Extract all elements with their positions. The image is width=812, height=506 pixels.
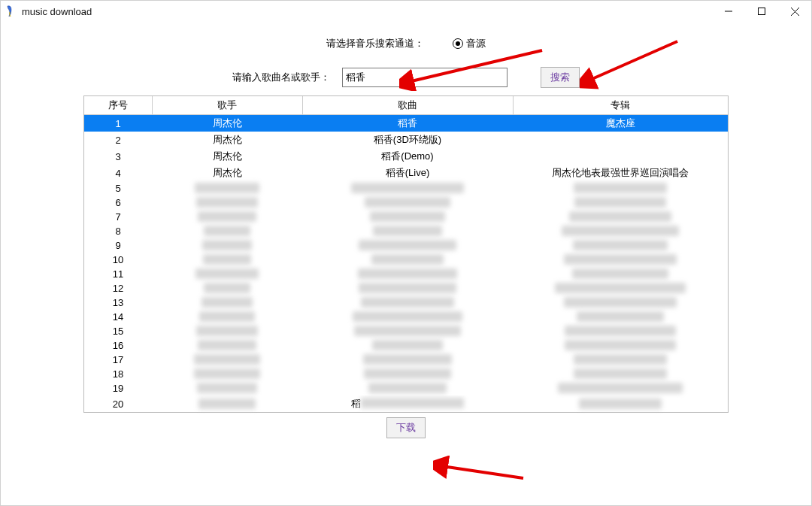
cell-song xyxy=(302,224,513,238)
cell-index: 7 xyxy=(84,210,152,224)
table-row[interactable]: 3周杰伦稻香(Demo) xyxy=(84,148,728,165)
cell-artist xyxy=(152,181,302,195)
cell-index: 5 xyxy=(84,181,152,195)
table-row[interactable]: 9 xyxy=(84,238,728,253)
cell-index: 1 xyxy=(84,115,152,132)
cell-album xyxy=(513,310,728,324)
channel-radio[interactable] xyxy=(453,38,463,49)
cell-album xyxy=(513,148,728,165)
cell-song xyxy=(302,195,513,210)
channel-row: 请选择音乐搜索通道： 音源 xyxy=(83,37,729,50)
cell-artist xyxy=(152,238,302,253)
cell-artist xyxy=(152,338,302,353)
cell-song xyxy=(302,238,513,253)
table-row[interactable]: 11 xyxy=(84,267,728,281)
table-row[interactable]: 18 xyxy=(84,367,728,381)
cell-song xyxy=(302,310,513,324)
cell-album xyxy=(513,353,728,367)
header-album[interactable]: 专辑 xyxy=(513,96,728,115)
table-row[interactable]: 17 xyxy=(84,353,728,367)
cell-song: 稻 xyxy=(302,395,513,412)
cell-song xyxy=(302,210,513,224)
cell-album xyxy=(513,281,728,295)
cell-artist xyxy=(152,353,302,367)
cell-song xyxy=(302,381,513,395)
search-label: 请输入歌曲名或歌手： xyxy=(232,71,330,84)
cell-artist xyxy=(152,381,302,395)
cell-album xyxy=(513,181,728,195)
cell-album xyxy=(513,238,728,253)
cell-index: 11 xyxy=(84,267,152,281)
channel-label: 请选择音乐搜索通道： xyxy=(326,37,424,50)
table-row[interactable]: 4周杰伦稻香(Live)周杰伦地表最强世界巡回演唱会 xyxy=(84,165,728,181)
cell-artist: 周杰伦 xyxy=(152,165,302,181)
table-row[interactable]: 7 xyxy=(84,210,728,224)
minimize-button[interactable] xyxy=(712,1,745,22)
download-button[interactable]: 下载 xyxy=(386,417,426,438)
cell-index: 15 xyxy=(84,324,152,338)
cell-album xyxy=(513,224,728,238)
cell-artist xyxy=(152,195,302,210)
cell-album xyxy=(513,395,728,412)
header-song[interactable]: 歌曲 xyxy=(302,96,513,115)
table-row[interactable]: 16 xyxy=(84,338,728,353)
table-row[interactable]: 5 xyxy=(84,181,728,195)
app-icon xyxy=(5,5,17,17)
cell-song: 稻香(Live) xyxy=(302,165,513,181)
table-row[interactable]: 15 xyxy=(84,324,728,338)
cell-index: 10 xyxy=(84,253,152,267)
application-window: music download 请选择音乐搜索通道： 音源 请输入歌曲名或歌手： … xyxy=(0,0,812,506)
table-row[interactable]: 10 xyxy=(84,253,728,267)
header-index[interactable]: 序号 xyxy=(84,96,152,115)
results-table: 序号 歌手 歌曲 专辑 1周杰伦稻香魔杰座2周杰伦稻香(3D环绕版)3周杰伦稻香… xyxy=(83,95,729,413)
cell-song: 稻香(Demo) xyxy=(302,148,513,165)
table-row[interactable]: 12 xyxy=(84,281,728,295)
table-row[interactable]: 1周杰伦稻香魔杰座 xyxy=(84,115,728,132)
cell-album xyxy=(513,210,728,224)
search-input[interactable] xyxy=(342,68,508,87)
cell-index: 9 xyxy=(84,238,152,253)
cell-song xyxy=(302,267,513,281)
cell-song xyxy=(302,281,513,295)
table-row[interactable]: 20 稻 xyxy=(84,395,728,412)
cell-index: 18 xyxy=(84,367,152,381)
cell-index: 17 xyxy=(84,353,152,367)
cell-album xyxy=(513,132,728,148)
search-row: 请输入歌曲名或歌手： 搜索 xyxy=(83,67,729,88)
cell-album xyxy=(513,338,728,353)
header-artist[interactable]: 歌手 xyxy=(152,96,302,115)
cell-album xyxy=(513,195,728,210)
cell-index: 20 xyxy=(84,395,152,412)
cell-index: 14 xyxy=(84,310,152,324)
cell-song xyxy=(302,338,513,353)
table-row[interactable]: 2周杰伦稻香(3D环绕版) xyxy=(84,132,728,148)
close-button[interactable] xyxy=(778,1,811,22)
cell-artist xyxy=(152,310,302,324)
search-button[interactable]: 搜索 xyxy=(541,67,580,88)
table-row[interactable]: 6 xyxy=(84,195,728,210)
cell-song xyxy=(302,367,513,381)
cell-index: 8 xyxy=(84,224,152,238)
cell-album xyxy=(513,267,728,281)
cell-album xyxy=(513,295,728,310)
cell-index: 13 xyxy=(84,295,152,310)
footer-row: 下载 xyxy=(83,417,729,438)
svg-rect-1 xyxy=(759,8,765,15)
cell-artist xyxy=(152,267,302,281)
cell-artist xyxy=(152,281,302,295)
cell-artist xyxy=(152,395,302,412)
cell-artist xyxy=(152,210,302,224)
cell-index: 3 xyxy=(84,148,152,165)
cell-index: 4 xyxy=(84,165,152,181)
cell-artist xyxy=(152,295,302,310)
cell-index: 16 xyxy=(84,338,152,353)
content-area: 请选择音乐搜索通道： 音源 请输入歌曲名或歌手： 搜索 序号 歌手 歌曲 xyxy=(1,22,811,438)
table-row[interactable]: 8 xyxy=(84,224,728,238)
table-row[interactable]: 19 xyxy=(84,381,728,395)
table-row[interactable]: 13 xyxy=(84,295,728,310)
cell-song xyxy=(302,353,513,367)
cell-artist: 周杰伦 xyxy=(152,115,302,132)
maximize-button[interactable] xyxy=(745,1,778,22)
cell-artist: 周杰伦 xyxy=(152,132,302,148)
table-row[interactable]: 14 xyxy=(84,310,728,324)
